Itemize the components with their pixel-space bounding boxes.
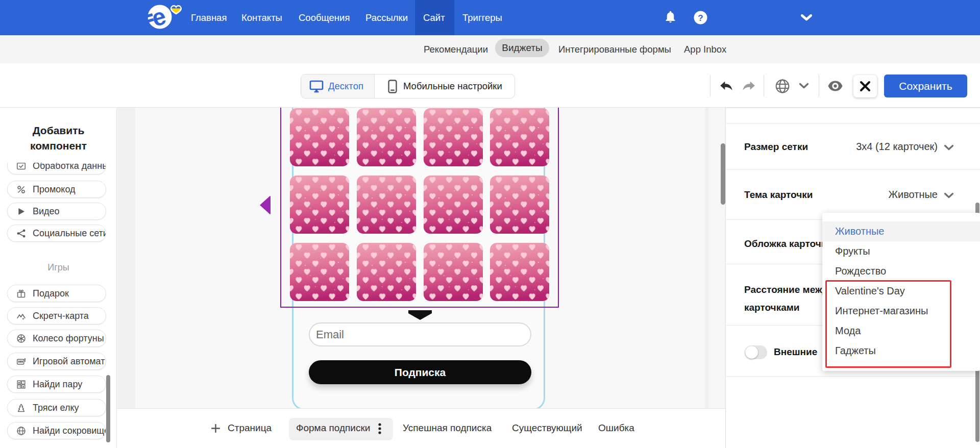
svg-text:?: ? — [18, 385, 20, 388]
svg-text:?: ? — [698, 13, 703, 23]
svg-text:?: ? — [22, 381, 24, 384]
